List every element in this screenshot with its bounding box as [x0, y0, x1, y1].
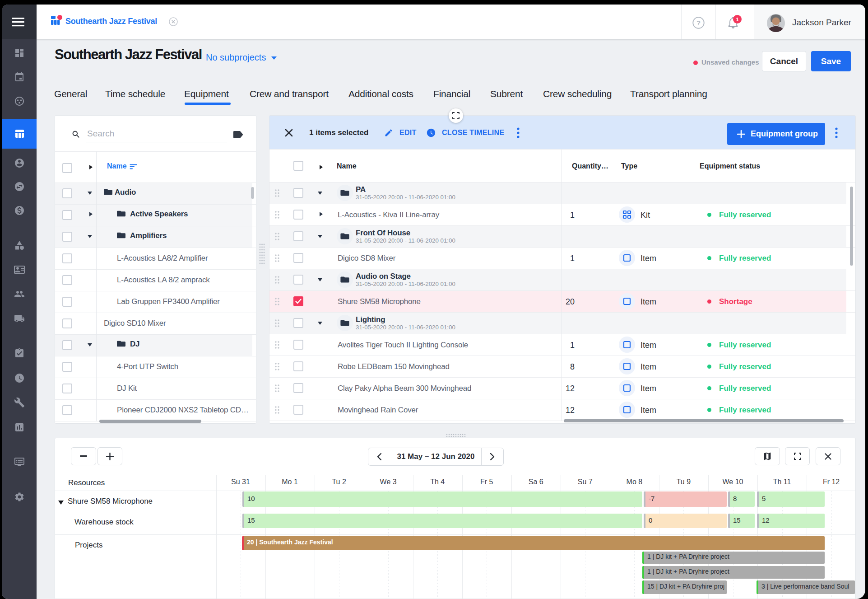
svg-text:?: ?	[696, 19, 701, 27]
svg-text:1: 1	[736, 17, 738, 22]
